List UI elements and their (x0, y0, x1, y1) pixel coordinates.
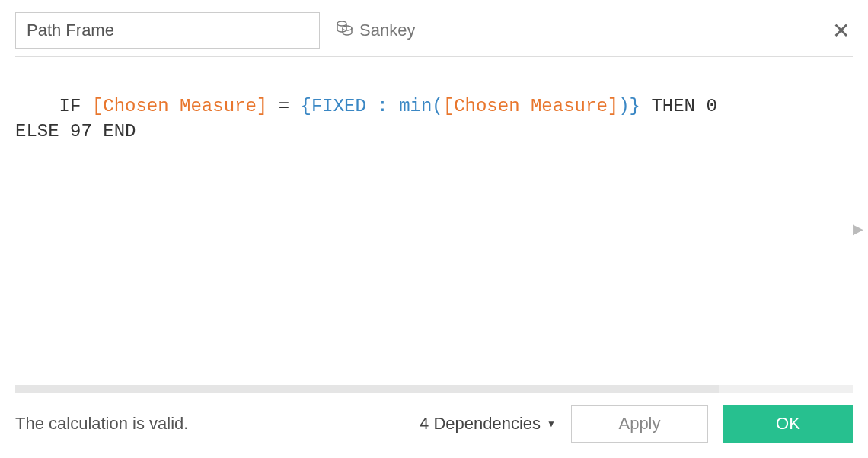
progress-bar (15, 385, 853, 393)
close-icon: ✕ (832, 18, 850, 43)
datasource-icon (335, 19, 353, 42)
close-button[interactable]: ✕ (828, 18, 853, 43)
datasource-indicator: Sankey (335, 19, 415, 42)
dependencies-dropdown[interactable]: 4 Dependencies ▼ (420, 414, 556, 434)
header-divider (15, 56, 853, 57)
calculated-field-dialog: Sankey ✕ IF [Chosen Measure] = {FIXED : … (0, 0, 868, 458)
chevron-right-icon: ▶ (853, 221, 863, 237)
validation-status: The calculation is valid. (15, 414, 188, 434)
svg-point-0 (337, 21, 346, 26)
progress-fill (15, 385, 719, 393)
header-row: Sankey ✕ (15, 12, 853, 49)
svg-point-1 (343, 26, 352, 30)
datasource-label: Sankey (359, 21, 415, 40)
apply-button[interactable]: Apply (571, 405, 708, 443)
formula-editor[interactable]: IF [Chosen Measure] = {FIXED : min([Chos… (15, 68, 853, 379)
dependencies-label: 4 Dependencies (420, 414, 541, 434)
footer-row: The calculation is valid. 4 Dependencies… (15, 405, 853, 443)
caret-down-icon: ▼ (547, 418, 556, 429)
calc-name-input[interactable] (15, 12, 320, 49)
formula-text: IF [Chosen Measure] = {FIXED : min([Chos… (15, 96, 717, 142)
expand-panel-button[interactable]: ▶ (853, 221, 863, 237)
ok-button[interactable]: OK (723, 405, 853, 443)
